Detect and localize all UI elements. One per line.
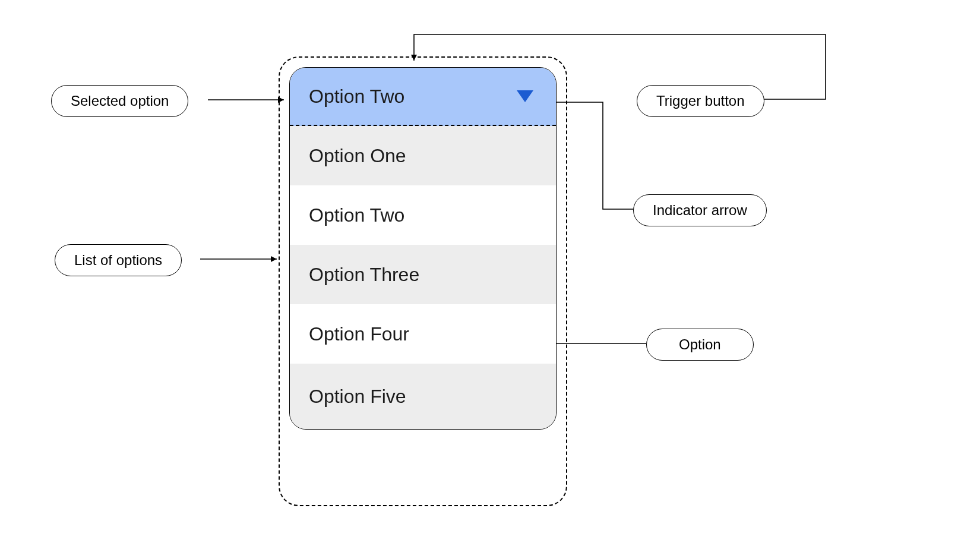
options-list: Option One Option Two Option Three Optio… (290, 126, 556, 429)
trigger-button[interactable]: Option Two (290, 68, 556, 126)
option-item[interactable]: Option Two (290, 185, 556, 245)
option-item[interactable]: Option Three (290, 245, 556, 304)
annotation-indicator-arrow: Indicator arrow (633, 194, 767, 226)
annotation-list-of-options: List of options (55, 244, 182, 276)
option-item[interactable]: Option Four (290, 304, 556, 364)
annotation-selected-option: Selected option (51, 85, 188, 117)
annotation-option: Option (646, 329, 754, 361)
option-item[interactable]: Option Five (290, 364, 556, 429)
selected-option-label: Option Two (309, 86, 404, 108)
diagram-canvas: Option Two Option One Option Two Option … (0, 0, 980, 549)
annotation-trigger-button: Trigger button (637, 85, 764, 117)
option-item[interactable]: Option One (290, 126, 556, 185)
chevron-down-icon (517, 90, 533, 102)
dropdown-component: Option Two Option One Option Two Option … (289, 67, 557, 430)
